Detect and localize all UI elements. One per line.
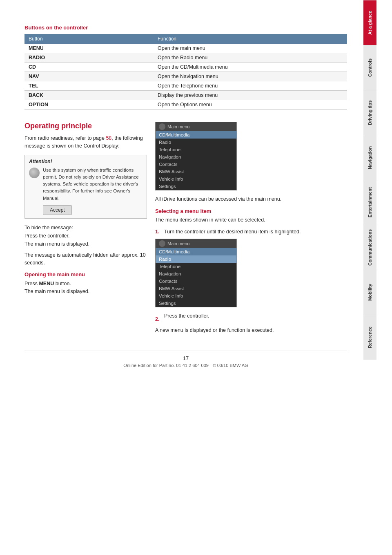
menu-item-cd: CD/Multimedia xyxy=(156,131,236,139)
menu-item-settings-2: Settings xyxy=(156,300,236,307)
menu-item-telephone-2: Telephone xyxy=(156,263,236,270)
menu-item-settings-1: Settings xyxy=(156,183,236,190)
buttons-section: Buttons on the controller Button Functio… xyxy=(24,25,347,110)
buttons-section-title: Buttons on the controller xyxy=(24,25,347,31)
opening-main-menu-heading: Opening the main menu xyxy=(24,271,147,278)
function-cell: Open the Telephone menu xyxy=(154,81,347,91)
button-cell: NAV xyxy=(24,72,154,81)
step-1-number: 1. xyxy=(155,228,162,236)
step-2: 2. Press the controller. xyxy=(155,312,347,323)
selecting-menu-item-heading: Selecting a menu item xyxy=(155,208,347,214)
result-text: A new menu is displayed or the function … xyxy=(155,327,347,334)
function-cell: Open the main menu xyxy=(154,44,347,53)
sidebar-tab-entertainment[interactable]: Entertainment xyxy=(363,180,376,225)
menu-item-vehicle-info-1: Vehicle Info xyxy=(156,175,236,183)
bmw-logo-icon-2 xyxy=(159,240,165,247)
sidebar-tab-reference[interactable]: Reference xyxy=(363,315,376,360)
main-menu-mockup-1: Main menu CD/Multimedia Radio Telephone … xyxy=(155,122,237,190)
select-intro-text: The menu items shown in white can be sel… xyxy=(155,216,347,224)
op-intro-text: From radio readiness, refer to page 58, … xyxy=(24,134,147,150)
right-column: Main menu CD/Multimedia Radio Telephone … xyxy=(155,122,347,334)
attention-box: Attention! Use this system only when tra… xyxy=(24,155,147,219)
table-row: MENUOpen the main menu xyxy=(24,44,347,53)
all-idrive-text: All iDrive functions can be accessed via… xyxy=(155,195,347,203)
menu-button-label: MENU xyxy=(39,281,54,286)
attention-header: Attention! xyxy=(29,159,143,164)
button-cell: CD xyxy=(24,63,154,72)
sidebar-tab-communications[interactable]: Communications xyxy=(363,225,376,270)
step-1: 1. Turn the controller until the desired… xyxy=(155,228,347,236)
menu-item-navigation-2: Navigation xyxy=(156,270,236,278)
table-row: CDOpen the CD/Multimedia menu xyxy=(24,63,347,72)
table-row: TELOpen the Telephone menu xyxy=(24,81,347,91)
menu-item-radio-1: Radio xyxy=(156,139,236,146)
menu-item-navigation-1: Navigation xyxy=(156,153,236,161)
hide-message-text: To hide the message: Press the controlle… xyxy=(24,224,147,248)
attention-icon xyxy=(29,168,40,178)
button-cell: RADIO xyxy=(24,53,154,63)
right-sidebar: At a glance Controls Driving tips Naviga… xyxy=(363,0,376,555)
page-footer: 17 Online Edition for Part no. 01 41 2 6… xyxy=(24,351,347,368)
menu-title-2: Main menu xyxy=(167,241,189,246)
button-cell: BACK xyxy=(24,91,154,100)
step-1-text: Turn the controller until the desired me… xyxy=(164,228,301,236)
step-2-text: Press the controller. xyxy=(164,312,209,323)
function-cell: Open the Options menu xyxy=(154,100,347,110)
menu-item-contacts-1: Contacts xyxy=(156,161,236,168)
main-menu-mockup-2: Main menu CD/Multimedia Radio Telephone … xyxy=(155,239,237,307)
accept-button[interactable]: Accept xyxy=(43,205,72,215)
button-cell: TEL xyxy=(24,81,154,91)
left-column: Operating principle From radio readiness… xyxy=(24,122,147,334)
menu-item-cd-2: CD/Multimedia xyxy=(156,248,236,255)
auto-hidden-text: The message is automatically hidden afte… xyxy=(24,251,147,267)
menu-title-1: Main menu xyxy=(167,124,189,129)
step-2-number: 2. xyxy=(155,316,162,323)
table-row: RADIOOpen the Radio menu xyxy=(24,53,347,63)
attention-text: Use this system only when traffic condit… xyxy=(43,168,139,201)
sidebar-tab-driving-tips[interactable]: Driving tips xyxy=(363,90,376,135)
bmw-logo-icon xyxy=(159,123,165,130)
table-row: NAVOpen the Navigation menu xyxy=(24,72,347,81)
table-header-button: Button xyxy=(24,34,154,44)
function-cell: Open the Radio menu xyxy=(154,53,347,63)
page-number: 17 xyxy=(24,355,347,361)
operating-principle-section: Operating principle From radio readiness… xyxy=(24,122,347,334)
sidebar-tab-mobility[interactable]: Mobility xyxy=(363,270,376,315)
menu-item-telephone-1: Telephone xyxy=(156,146,236,153)
menu-item-radio-2: Radio xyxy=(156,255,236,263)
table-header-function: Function xyxy=(154,34,347,44)
button-cell: OPTION xyxy=(24,100,154,110)
menu-press-text: Press MENU button. The main menu is disp… xyxy=(24,280,147,295)
menu-item-vehicle-info-2: Vehicle Info xyxy=(156,292,236,300)
sidebar-tab-at-a-glance[interactable]: At a glance xyxy=(363,0,376,45)
table-row: BACKDisplay the previous menu xyxy=(24,91,347,100)
sidebar-tab-controls[interactable]: Controls xyxy=(363,45,376,90)
buttons-table: Button Function MENUOpen the main menuRA… xyxy=(24,34,347,110)
function-cell: Display the previous menu xyxy=(154,91,347,100)
menu-item-contacts-2: Contacts xyxy=(156,278,236,285)
function-cell: Open the CD/Multimedia menu xyxy=(154,63,347,72)
footer-text: Online Edition for Part no. 01 41 2 604 … xyxy=(123,363,248,368)
table-row: OPTIONOpen the Options menu xyxy=(24,100,347,110)
menu-item-bmw-assist-1: BMW Assist xyxy=(156,168,236,175)
menu-item-bmw-assist-2: BMW Assist xyxy=(156,285,236,292)
function-cell: Open the Navigation menu xyxy=(154,72,347,81)
sidebar-tab-navigation[interactable]: Navigation xyxy=(363,135,376,180)
button-cell: MENU xyxy=(24,44,154,53)
operating-principle-title: Operating principle xyxy=(24,122,147,130)
